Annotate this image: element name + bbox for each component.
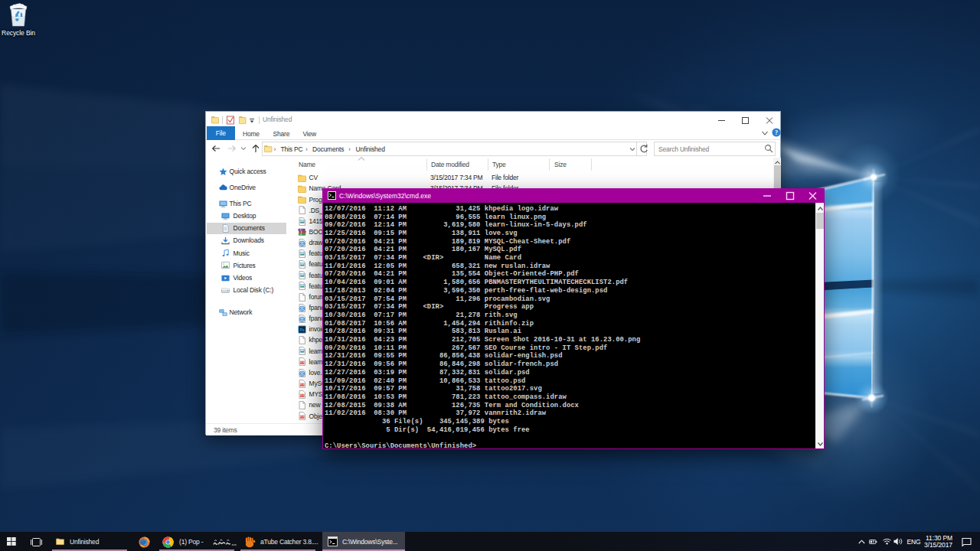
svg-text:?: ? xyxy=(775,129,778,136)
svg-text:PDF: PDF xyxy=(300,383,305,386)
svg-text:PDF: PDF xyxy=(300,416,305,419)
svg-text:PDF: PDF xyxy=(300,394,305,397)
svg-text:PDF: PDF xyxy=(300,361,305,364)
svg-text:Ps: Ps xyxy=(300,328,305,332)
